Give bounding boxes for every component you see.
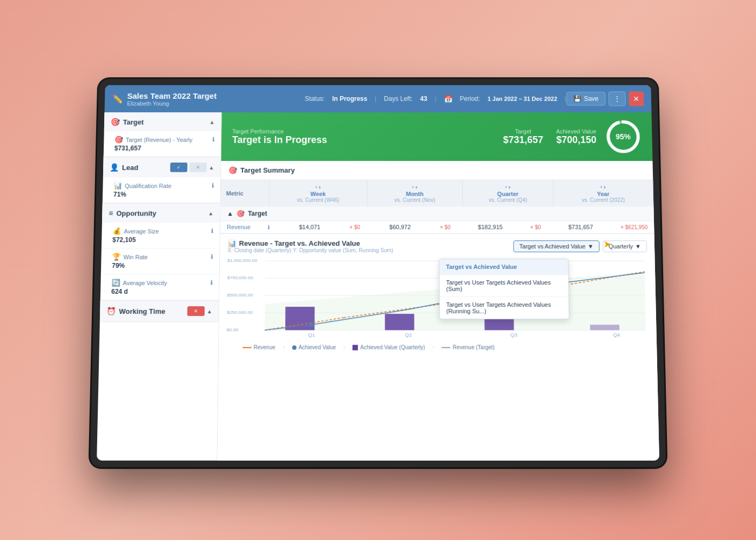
revenue-q4-diff: × $0: [530, 224, 541, 230]
col-week[interactable]: ‹› Week vs. Current (W46): [269, 180, 367, 206]
working-time-icon: ⏰: [106, 307, 116, 315]
col-quarter[interactable]: ‹› Quarter vs. Current (Q4): [462, 180, 554, 206]
opportunity-section-header[interactable]: ≡ Opportunity ▲: [102, 204, 220, 223]
achieved-metric-value: $700,150: [556, 134, 597, 146]
chart-area: 📊 Revenue - Target vs. Achieved Value X:…: [217, 233, 659, 461]
header-title-block: Sales Team 2022 Target Elizabeth Young: [127, 91, 217, 106]
win-rate-info-icon[interactable]: ℹ: [211, 253, 213, 260]
chart-controls: Target vs Achieved Value ▼ Quarterly ▼ ➤: [514, 240, 647, 252]
revenue-2022-diff: × $621,950: [620, 224, 647, 230]
revenue-w46-diff: × $0: [349, 224, 360, 230]
status-label: Status:: [305, 95, 325, 103]
chart-bar-icon: 📊: [228, 239, 237, 247]
velocity-value: 624 d: [111, 288, 213, 295]
target-revenue-value: $731,657: [114, 145, 214, 152]
summary-table-wrapper: Metric ‹› Week vs. Current (W46) ‹›: [220, 180, 654, 233]
col-month[interactable]: ‹› Month vs. Current (Nov): [367, 180, 463, 206]
win-rate-item: 🏆 Win Rate ℹ 79%: [101, 248, 220, 274]
dropdown-option-2[interactable]: Target vs User Targets Achieved Values (…: [440, 275, 569, 297]
target-revenue-label: Target (Revenue) - Yearly: [126, 137, 193, 143]
sidebar-section-opportunity: ≡ Opportunity ▲ 💰 Average Size ℹ $72,105: [100, 204, 220, 301]
device-frame: ✏️ Sales Team 2022 Target Elizabeth Youn…: [90, 79, 666, 467]
svg-rect-15: [590, 325, 619, 330]
revenue-info[interactable]: ℹ: [268, 224, 270, 230]
chart-type-dropdown[interactable]: Target vs Achieved Value ▼: [514, 240, 600, 252]
chart-title: 📊 Revenue - Target vs. Achieved Value: [228, 239, 394, 247]
close-button[interactable]: ✕: [629, 91, 644, 106]
svg-text:Q2: Q2: [405, 333, 412, 338]
week-arrow-left[interactable]: ‹: [315, 184, 317, 190]
lead-section-header[interactable]: 👤 Lead ✓ ✕ ▲: [103, 157, 221, 177]
svg-text:$1,000,000.00: $1,000,000.00: [227, 258, 258, 263]
cursor-arrow-icon: ➤: [603, 238, 611, 250]
kebab-menu-button[interactable]: ⋮: [609, 91, 626, 106]
month-arrow-left[interactable]: ‹: [412, 184, 414, 190]
status-value: In Progress: [332, 95, 367, 103]
dropdown-chevron-icon: ▼: [588, 243, 593, 249]
legend-revenue: Revenue: [242, 345, 275, 350]
working-time-chevron-icon: ▲: [207, 308, 212, 314]
save-icon: 💾: [573, 95, 581, 103]
revenue-nov-diff: × $0: [440, 224, 451, 230]
achieved-metric-label: Achieved Value: [556, 128, 597, 134]
lead-section-label: Lead: [122, 163, 138, 171]
win-rate-icon: 🏆: [112, 253, 120, 261]
working-time-toggle-x[interactable]: ✕: [187, 306, 205, 316]
right-panel: Target Performance Target is In Progress…: [217, 112, 659, 461]
lead-section-icon: 👤: [110, 163, 119, 172]
svg-text:$0.00: $0.00: [227, 328, 239, 333]
dropdown-option-3[interactable]: Target vs User Targets Achieved Values (…: [440, 297, 569, 319]
legend-quarterly-square: [353, 345, 358, 350]
working-time-section-header[interactable]: ⏰ Working Time ✕ ▲: [100, 301, 219, 321]
legend-achieved-dot: [292, 345, 296, 349]
average-size-info-icon[interactable]: ℹ: [211, 227, 213, 234]
chart-subtitle: X: Closing date (Quarterly) Y: Opportuni…: [227, 247, 393, 253]
app-subtitle: Elizabeth Young: [127, 100, 217, 106]
qualification-info-icon[interactable]: ℹ: [212, 182, 214, 189]
revenue-q4: $182,915: [454, 224, 527, 230]
svg-text:$750,000.00: $750,000.00: [227, 275, 254, 280]
period-value: 1 Jan 2022 – 31 Dec 2022: [488, 96, 557, 102]
velocity-info-icon[interactable]: ℹ: [211, 279, 213, 286]
svg-text:Q4: Q4: [613, 333, 620, 338]
target-summary-title: Target Summary: [240, 166, 295, 174]
header-left: ✏️ Sales Team 2022 Target Elizabeth Youn…: [112, 91, 305, 106]
win-rate-label: Win Rate: [123, 254, 147, 260]
achieved-metric: Achieved Value $700,150: [556, 128, 597, 145]
main-content: 🎯 Target ▲ 🎯 Target (Revenue) - Yearly ℹ…: [97, 112, 659, 461]
performance-banner: Target Performance Target is In Progress…: [221, 112, 653, 161]
sidebar-section-lead: 👤 Lead ✓ ✕ ▲ 📊 Qualification Rate: [103, 157, 221, 204]
dropdown-option-1[interactable]: Target vs Achieved Value: [440, 259, 568, 275]
average-size-label: Average Size: [124, 228, 159, 234]
collapse-icon[interactable]: ▲: [227, 210, 233, 218]
save-button[interactable]: 💾 Save: [566, 92, 606, 105]
working-time-label: Working Time: [119, 307, 165, 315]
col-year[interactable]: ‹› Year vs. Current (2022): [553, 180, 653, 206]
target-section-header[interactable]: 🎯 Target ▲: [104, 112, 221, 131]
legend-target-line: [442, 347, 450, 348]
app-title: Sales Team 2022 Target: [127, 91, 217, 100]
average-size-item: 💰 Average Size ℹ $72,105: [102, 222, 220, 248]
svg-text:$250,000.00: $250,000.00: [227, 310, 253, 315]
pencil-icon: ✏️: [112, 94, 123, 104]
qualification-icon: 📊: [113, 181, 122, 190]
target-chevron-icon: ▲: [210, 119, 215, 125]
year-arrow-left[interactable]: ‹: [600, 184, 602, 190]
revenue-nov: $60,972: [363, 224, 437, 230]
lead-toggle-x[interactable]: ✕: [190, 163, 207, 172]
sidebar-section-target: 🎯 Target ▲ 🎯 Target (Revenue) - Yearly ℹ…: [104, 112, 221, 157]
target-metric-label: Target: [503, 128, 543, 134]
period-label: Period:: [460, 95, 480, 103]
quarter-arrow-left[interactable]: ‹: [505, 184, 507, 190]
svg-point-24: [309, 322, 314, 327]
chart-dropdown-menu: Target vs Achieved Value Target vs User …: [439, 259, 570, 319]
revenue-2022: $731,657: [544, 224, 617, 230]
target-section-label: Target: [123, 118, 144, 126]
average-size-icon: 💰: [112, 227, 121, 235]
target-revenue-info-icon[interactable]: ℹ: [212, 136, 214, 143]
lead-toggle-check[interactable]: ✓: [170, 163, 187, 172]
opportunity-section-label: Opportunity: [116, 209, 156, 217]
qualification-value: 71%: [113, 191, 214, 198]
chart-legend: Revenue · Achieved Value · Achieved Valu…: [226, 345, 649, 350]
header-right: 💾 Save ⋮ ✕: [566, 91, 644, 106]
